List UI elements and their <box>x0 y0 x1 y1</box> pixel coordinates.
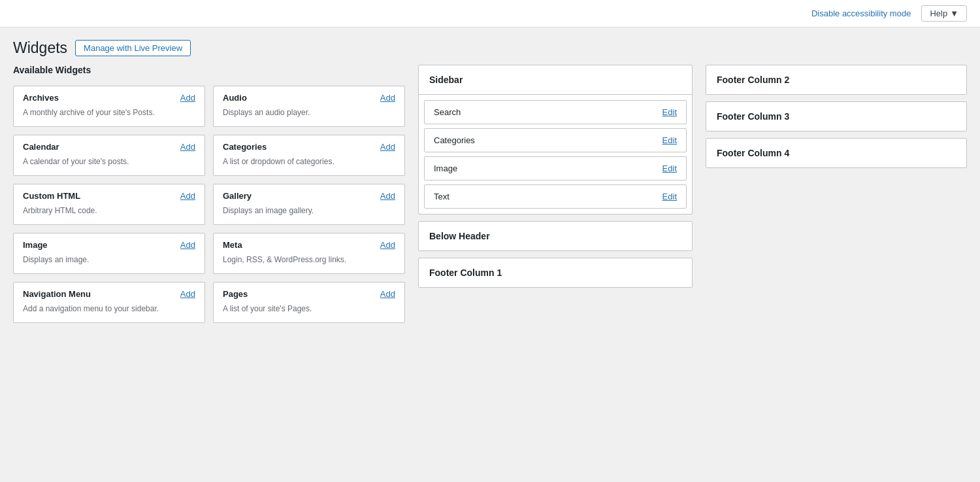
slot-edit-button[interactable]: Edit <box>662 135 677 145</box>
widget-name: Archives <box>23 93 59 103</box>
widget-item: Audio Add Displays an audio player. <box>213 86 405 127</box>
widget-add-button[interactable]: Add <box>380 142 395 152</box>
page-title: Widgets <box>13 39 67 57</box>
right-widget-areas: Footer Column 2 Footer Column 3 Footer C… <box>706 65 967 168</box>
sidebar-area: Sidebar Search Edit Categories Edit Imag… <box>418 65 693 215</box>
slot-name: Search <box>434 107 461 117</box>
widget-add-button[interactable]: Add <box>180 289 195 299</box>
widget-item: Archives Add A monthly archive of your s… <box>13 86 205 127</box>
main-content: Available Widgets Archives Add A monthly… <box>0 65 980 336</box>
widget-add-button[interactable]: Add <box>180 142 195 152</box>
widget-name: Meta <box>223 240 242 250</box>
widget-item-header: Calendar Add <box>23 142 195 152</box>
widget-item: Navigation Menu Add Add a navigation men… <box>13 282 205 323</box>
sidebar-slot: Search Edit <box>424 100 687 124</box>
widget-description: Displays an image gallery. <box>223 205 395 216</box>
slot-edit-button[interactable]: Edit <box>662 164 677 173</box>
widget-description: A list of your site's Pages. <box>223 303 395 315</box>
widget-add-button[interactable]: Add <box>180 93 195 103</box>
below-header-title: Below Header <box>419 222 692 250</box>
slot-edit-button[interactable]: Edit <box>662 107 677 117</box>
widget-name: Calendar <box>23 142 59 152</box>
widget-add-button[interactable]: Add <box>380 93 395 103</box>
widget-description: Arbitrary HTML code. <box>23 205 195 216</box>
widget-add-button[interactable]: Add <box>380 191 395 201</box>
widget-item-header: Archives Add <box>23 93 195 103</box>
chevron-down-icon: ▼ <box>950 9 958 18</box>
slot-edit-button[interactable]: Edit <box>662 192 677 201</box>
page-header: Widgets Manage with Live Preview <box>0 27 980 65</box>
widget-description: Displays an audio player. <box>223 107 395 118</box>
widget-item: Image Add Displays an image. <box>13 233 205 274</box>
widget-item-header: Pages Add <box>223 289 395 299</box>
sidebar-slot: Text Edit <box>424 184 687 209</box>
widget-name: Pages <box>223 289 248 299</box>
below-header-area: Below Header <box>418 221 693 251</box>
footer-column-1-area: Footer Column 1 <box>418 258 693 288</box>
footer-column-4-area: Footer Column 4 <box>706 138 967 168</box>
widget-description: A list or dropdown of categories. <box>223 156 395 167</box>
widget-item-header: Audio Add <box>223 93 395 103</box>
widget-add-button[interactable]: Add <box>380 289 395 299</box>
widget-description: Login, RSS, & WordPress.org links. <box>223 254 395 266</box>
widget-name: Custom HTML <box>23 191 80 201</box>
disable-accessibility-link[interactable]: Disable accessibility mode <box>811 9 911 18</box>
help-label: Help <box>930 9 947 18</box>
widget-item: Categories Add A list or dropdown of cat… <box>213 135 405 176</box>
widget-add-button[interactable]: Add <box>380 240 395 250</box>
footer-column-3-area: Footer Column 3 <box>706 101 967 131</box>
widget-grid: Archives Add A monthly archive of your s… <box>13 86 405 323</box>
slot-name: Image <box>434 164 457 173</box>
help-button[interactable]: Help ▼ <box>921 5 967 22</box>
slot-name: Text <box>434 192 449 201</box>
footer-column-3-title: Footer Column 3 <box>706 102 966 131</box>
widget-description: Add a navigation menu to your sidebar. <box>23 303 195 315</box>
widget-description: A monthly archive of your site's Posts. <box>23 107 195 118</box>
footer-column-2-area: Footer Column 2 <box>706 65 967 95</box>
widget-name: Image <box>23 240 48 250</box>
sidebar-slot: Image Edit <box>424 156 687 181</box>
footer-column-1-title: Footer Column 1 <box>419 258 692 287</box>
top-bar: Disable accessibility mode Help ▼ <box>0 0 980 27</box>
widget-description: Displays an image. <box>23 254 195 266</box>
sidebar-area-header: Sidebar <box>419 65 692 95</box>
widget-name: Navigation Menu <box>23 289 91 299</box>
available-widgets-panel: Available Widgets Archives Add A monthly… <box>13 65 405 323</box>
widget-item-header: Custom HTML Add <box>23 191 195 201</box>
widget-item: Gallery Add Displays an image gallery. <box>213 184 405 225</box>
sidebar-slot: Categories Edit <box>424 128 687 152</box>
widget-item-header: Navigation Menu Add <box>23 289 195 299</box>
widget-item: Calendar Add A calendar of your site's p… <box>13 135 205 176</box>
slot-name: Categories <box>434 135 475 145</box>
widget-name: Gallery <box>223 191 252 201</box>
sidebar-area-content: Search Edit Categories Edit Image Edit T… <box>419 95 692 214</box>
widget-item: Meta Add Login, RSS, & WordPress.org lin… <box>213 233 405 274</box>
widget-item-header: Gallery Add <box>223 191 395 201</box>
center-widget-areas: Sidebar Search Edit Categories Edit Imag… <box>418 65 693 288</box>
widget-description: A calendar of your site's posts. <box>23 156 195 167</box>
widget-item-header: Image Add <box>23 240 195 250</box>
widget-add-button[interactable]: Add <box>180 191 195 201</box>
widget-item-header: Categories Add <box>223 142 395 152</box>
widget-name: Categories <box>223 142 267 152</box>
widget-item: Custom HTML Add Arbitrary HTML code. <box>13 184 205 225</box>
widget-item-header: Meta Add <box>223 240 395 250</box>
footer-column-2-title: Footer Column 2 <box>706 65 966 94</box>
available-widgets-heading: Available Widgets <box>13 65 405 75</box>
footer-column-4-title: Footer Column 4 <box>706 139 966 167</box>
widget-name: Audio <box>223 93 247 103</box>
widget-add-button[interactable]: Add <box>180 240 195 250</box>
widget-item: Pages Add A list of your site's Pages. <box>213 282 405 323</box>
live-preview-button[interactable]: Manage with Live Preview <box>75 40 191 56</box>
